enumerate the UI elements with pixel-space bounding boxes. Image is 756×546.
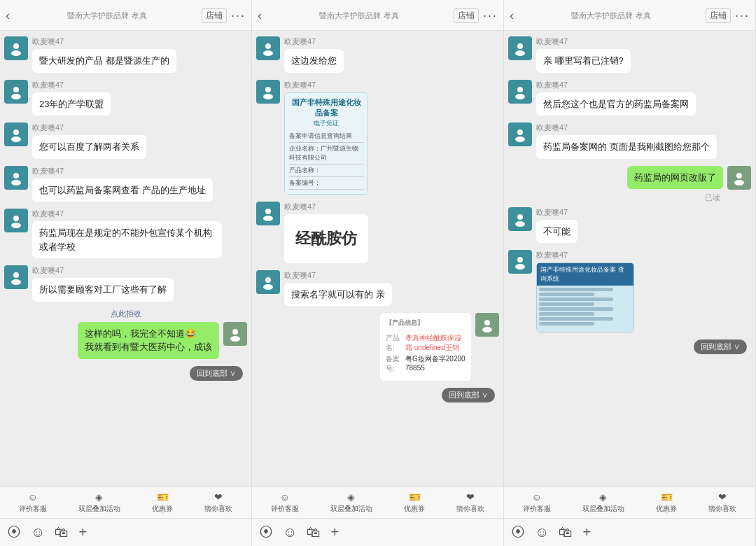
msg-content: 欧麦噢47 搜索名字就可以有的 亲 [284, 270, 392, 307]
add-icon[interactable]: + [330, 524, 339, 540]
voice-icon[interactable]: ⦿ [511, 524, 525, 540]
store-button-2[interactable]: 店铺 [454, 8, 479, 23]
msg-content: 欧麦噢47 国产非特殊用途化妆品备案电子凭证 备案申请信息查询结果 企业名称：广… [284, 80, 368, 195]
header-2: ‹ 暨南大学护肤品牌 孝真 店铺 ··· [252, 0, 503, 31]
coupon-icon: 🎫 [409, 491, 421, 503]
shop-icon[interactable]: 🛍 [307, 524, 321, 540]
add-icon[interactable]: + [78, 524, 87, 540]
nav-item-coupon[interactable]: 🎫 优惠券 [152, 491, 173, 514]
msg-row: 欧麦噢47 您可以百度了解两者关系 [4, 122, 247, 159]
store-button-1[interactable]: 店铺 [202, 8, 227, 23]
msg-content: 欧麦噢47 暨大研发的产品 都是暨源生产的 [32, 36, 176, 73]
msg-content: 欧麦噢47 所以需要顾客对工厂这些有了解 [32, 265, 174, 302]
nav-item-double[interactable]: ◈ 双层叠加活动 [78, 491, 120, 514]
svg-point-14 [265, 43, 271, 49]
msg-content: 欧麦噢47 23年的产学联盟 [32, 80, 111, 116]
svg-point-0 [13, 43, 19, 49]
bubble: 搜索名字就可以有的 亲 [284, 283, 392, 307]
nav-item-review[interactable]: ☺ 评价客服 [19, 491, 47, 514]
emoji-icon[interactable]: ☺ [31, 524, 45, 540]
product-label: 【产品信息】 [386, 318, 465, 330]
voice-icon[interactable]: ⦿ [7, 524, 21, 540]
double-icon: ◈ [95, 491, 103, 503]
nav-label: 猜你喜欢 [204, 504, 232, 514]
msg-row-right: 这样的吗，我完全不知道😂 我就看到有暨大医药中心，成该 [4, 322, 247, 359]
avatar [4, 265, 28, 289]
emoji-icon[interactable]: ☺ [283, 524, 297, 540]
return-bottom-button-3[interactable]: 回到底部 ∨ [694, 340, 747, 354]
doc-line: 企业名称：广州暨源生物科技有限公司 [289, 143, 363, 164]
nav-label: 优惠券 [404, 504, 425, 514]
nav-label: 优惠券 [152, 504, 173, 514]
nav-item-review[interactable]: ☺ 评价客服 [523, 491, 551, 514]
nav-label: 双层叠加活动 [330, 504, 372, 514]
return-bottom-wrap: 回到底部 ∨ [8, 366, 243, 381]
nav-item-guess[interactable]: ❤ 猜你喜欢 [708, 491, 736, 514]
msg-content: 欧麦噢47 经酰胺仿 [284, 202, 368, 263]
msg-content: 欧麦噢47 这边发给您 [284, 36, 344, 73]
add-icon[interactable]: + [582, 524, 591, 540]
bottom-nav-2: ☺ 评价客服 ◈ 双层叠加活动 🎫 优惠券 ❤ 猜你喜欢 [252, 486, 503, 518]
more-button-3[interactable]: ··· [735, 8, 750, 23]
return-bottom-button-2[interactable]: 回到底部 ∨ [442, 388, 495, 402]
toolbar-1: ⦿ ☺ 🛍 + [0, 518, 251, 546]
emoji-icon[interactable]: ☺ [535, 524, 549, 540]
avatar [256, 36, 280, 60]
svg-point-18 [265, 209, 271, 214]
return-bottom-wrap-3: 回到底部 ∨ [512, 340, 747, 354]
pc-row: 产品名: 孝真神经酰胺保湿霜 undefined王销 [386, 333, 465, 353]
voice-icon[interactable]: ⦿ [259, 524, 273, 540]
shop-icon[interactable]: 🛍 [55, 524, 69, 540]
nav-item-review[interactable]: ☺ 评价客服 [271, 491, 299, 514]
back-icon-1[interactable]: ‹ [6, 8, 10, 23]
nav-item-double[interactable]: ◈ 双层叠加活动 [582, 491, 624, 514]
return-bottom-wrap-2: 回到底部 ∨ [260, 388, 495, 402]
store-button-3[interactable]: 店铺 [706, 8, 731, 23]
double-icon: ◈ [347, 491, 355, 503]
msg-row-right: 【产品信息】 产品名: 孝真神经酰胺保湿霜 undefined王销 备案号: 粤… [256, 313, 499, 381]
nav-label: 双层叠加活动 [78, 504, 120, 514]
nav-label: 评价客服 [271, 504, 299, 514]
ws-line [539, 312, 594, 316]
shop-icon[interactable]: 🛍 [559, 524, 573, 540]
bubble-right: 药监局的网页改版了 [627, 166, 723, 190]
avatar [4, 122, 28, 146]
svg-point-20 [265, 277, 271, 283]
doc-title: 国产非特殊用途化妆品备案电子凭证 [289, 97, 363, 128]
bubble: 然后您这个也是官方的药监局备案网 [536, 92, 696, 116]
pc-key: 产品名: [386, 333, 405, 353]
svg-point-9 [11, 223, 21, 228]
pc-val-id: 粤G妆网备字2020078855 [405, 354, 465, 374]
bubble: 药监局备案网的 页面是我刚截图给您那个 [536, 135, 717, 159]
svg-point-23 [482, 327, 492, 332]
back-icon-3[interactable]: ‹ [510, 8, 514, 23]
avatar [256, 202, 280, 225]
msg-content: 欧麦噢47 亲 哪里写着已注销? [536, 36, 631, 73]
return-bottom-button[interactable]: 回到底部 ∨ [190, 366, 243, 381]
svg-point-8 [13, 216, 19, 221]
svg-point-4 [13, 130, 19, 135]
svg-point-10 [13, 272, 19, 278]
nav-item-coupon[interactable]: 🎫 优惠券 [404, 491, 425, 514]
coupon-icon: 🎫 [157, 491, 169, 503]
guess-icon: ❤ [718, 491, 727, 503]
svg-point-26 [517, 87, 523, 92]
nav-item-coupon[interactable]: 🎫 优惠券 [656, 491, 677, 514]
svg-point-19 [263, 216, 273, 221]
more-button-1[interactable]: ··· [231, 8, 246, 23]
avatar [508, 122, 532, 146]
nav-item-guess[interactable]: ❤ 猜你喜欢 [204, 491, 232, 514]
back-icon-2[interactable]: ‹ [258, 8, 262, 23]
recall-link[interactable]: 点此拒收 [111, 309, 141, 318]
more-button-2[interactable]: ··· [483, 8, 498, 23]
nav-item-guess[interactable]: ❤ 猜你喜欢 [456, 491, 484, 514]
user-avatar [475, 313, 499, 337]
svg-point-12 [232, 329, 238, 335]
bubble: 这边发给您 [284, 49, 344, 73]
svg-point-6 [13, 173, 19, 178]
header-title-2: 暨南大学护肤品牌 孝真 [265, 10, 454, 20]
nav-item-double[interactable]: ◈ 双层叠加活动 [330, 491, 372, 514]
nav-label: 猜你喜欢 [708, 504, 736, 514]
msg-content-right: 这样的吗，我完全不知道😂 我就看到有暨大医药中心，成该 [78, 322, 219, 359]
ws-line [539, 298, 613, 301]
